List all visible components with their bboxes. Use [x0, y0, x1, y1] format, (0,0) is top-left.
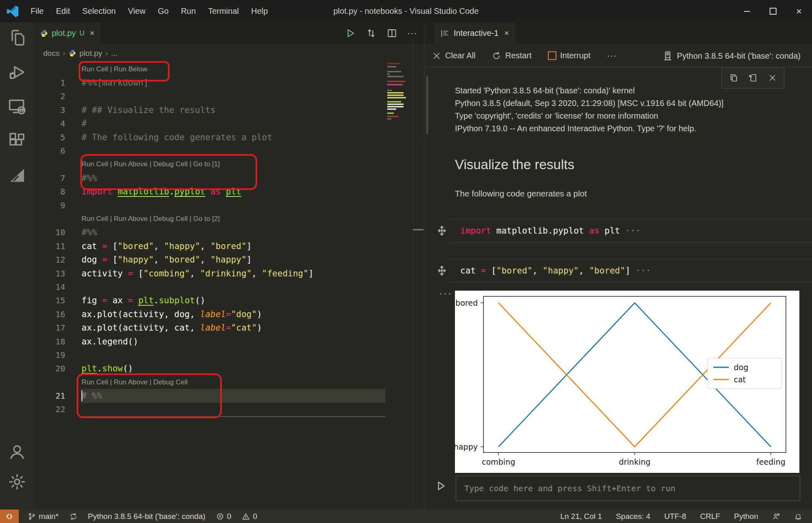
code-row: 4#	[34, 117, 378, 130]
compare-changes-icon[interactable]	[366, 28, 377, 39]
maximize-icon[interactable]	[760, 0, 786, 22]
scrollbar[interactable]	[413, 39, 413, 510]
panel-scrollbar-thumb[interactable]	[426, 76, 428, 134]
tab-close-icon[interactable]: ×	[90, 29, 95, 38]
menu-item-terminal[interactable]: Terminal	[202, 0, 245, 22]
status-item-feedback[interactable]	[772, 510, 780, 523]
code-line[interactable]: #%%	[82, 227, 97, 237]
status-item[interactable]: Ln 21, Col 1	[560, 510, 602, 523]
goto-cell-icon[interactable]	[436, 225, 448, 237]
run-file-icon[interactable]	[345, 28, 356, 39]
code-row: 11cat = ["bored", "happy", "bored"]	[34, 239, 378, 253]
status-item-error[interactable]: 0	[216, 510, 232, 523]
explorer-icon[interactable]	[7, 28, 27, 48]
accounts-icon[interactable]	[7, 442, 27, 461]
split-editor-icon[interactable]	[386, 28, 397, 39]
goto-cell-icon[interactable]	[436, 265, 448, 277]
extensions-icon[interactable]	[7, 131, 27, 150]
menu-item-go[interactable]: Go	[152, 0, 175, 22]
minimap[interactable]	[386, 61, 412, 122]
code-row: 15fig = ax = plt.subplot()	[34, 294, 378, 307]
code-line[interactable]: ax.legend()	[82, 337, 138, 346]
status-item[interactable]: Spaces: 4	[616, 510, 651, 523]
breadcrumb-item[interactable]: ...	[111, 49, 117, 58]
remote-indicator[interactable]	[0, 510, 19, 523]
panel-tab-close-icon[interactable]: ×	[504, 29, 509, 38]
triangle-extension-icon[interactable]	[7, 165, 27, 185]
code-editor[interactable]: Run Cell | Run Below1#%%[markdown]23# ##…	[34, 62, 378, 416]
codelens-link[interactable]: Run Cell | Run Above | Debug Cell | Go t…	[82, 160, 220, 168]
menu-item-view[interactable]: View	[122, 0, 152, 22]
status-item-sync[interactable]	[69, 510, 77, 523]
kernel-message-line: Python 3.8.5 (default, Sep 3 2020, 21:29…	[455, 97, 801, 110]
clear-all-button[interactable]: Clear All	[432, 51, 475, 61]
interactive-cell[interactable]: import matplotlib.pyplot as plt ···	[424, 219, 812, 243]
code-row: 8import matplotlib.pyplot as plt	[34, 185, 378, 199]
code-line[interactable]: plt.show()	[82, 364, 133, 373]
menu-item-help[interactable]: Help	[245, 0, 274, 22]
status-label: Ln 21, Col 1	[560, 512, 602, 521]
copy-icon[interactable]	[729, 73, 739, 83]
tab-interactive-1[interactable]: Interactive-1 ×	[434, 22, 515, 44]
status-item[interactable]: Python	[734, 510, 758, 523]
line-number: 21	[34, 391, 82, 401]
codelens-link[interactable]: Run Cell | Run Above | Debug Cell	[82, 378, 188, 386]
branch-icon	[28, 512, 36, 521]
run-debug-icon[interactable]	[7, 62, 27, 82]
code-line[interactable]: ax.plot(activity, cat, label="cat")	[82, 323, 262, 333]
status-item-branch[interactable]: main*	[28, 510, 59, 523]
line-number: 19	[34, 350, 82, 360]
code-row: 13activity = ["combing", "drinking", "fe…	[34, 267, 378, 280]
git-untracked-badge: U	[79, 29, 84, 38]
editor-tab-bar: plot.py U × ···	[34, 22, 424, 44]
code-line[interactable]: # %%	[82, 391, 102, 401]
code-line[interactable]: # ## Visualize the results	[82, 105, 216, 115]
remote-explorer-icon[interactable]	[7, 97, 27, 116]
code-line[interactable]: activity = ["combing", "drinking", "feed…	[82, 269, 313, 278]
line-number: 6	[34, 146, 82, 156]
interactive-code-input[interactable]	[456, 476, 800, 501]
menu-item-file[interactable]: File	[24, 0, 50, 22]
more-actions-icon[interactable]: ···	[407, 28, 417, 39]
status-item-bell[interactable]	[794, 510, 802, 523]
toolbar-more-button[interactable]: ···	[607, 51, 617, 61]
code-line[interactable]: #	[82, 119, 87, 128]
output-collapse-icon[interactable]: ···	[439, 287, 452, 299]
close-icon[interactable]: ×	[786, 0, 812, 22]
line-number: 8	[34, 187, 82, 196]
code-line[interactable]: fig = ax = plt.subplot()	[82, 296, 205, 305]
code-line[interactable]: ax.plot(activity, dog, label="dog")	[82, 309, 262, 319]
code-line[interactable]: # The following code generates a plot	[82, 132, 272, 142]
delete-icon[interactable]	[768, 73, 777, 82]
code-line[interactable]: dog = ["happy", "bored", "happy"]	[82, 255, 252, 265]
code-line[interactable]: #%%[markdown]	[82, 78, 148, 88]
breadcrumb-item[interactable]: plot.py	[79, 49, 102, 58]
status-item[interactable]: UTF-8	[664, 510, 686, 523]
settings-icon[interactable]	[7, 472, 27, 492]
status-item[interactable]: CRLF	[700, 510, 720, 523]
kernel-selector[interactable]: Python 3.8.5 64-bit ('base': conda)	[662, 44, 801, 68]
export-icon[interactable]	[748, 73, 758, 83]
code-line[interactable]: import matplotlib.pyplot as plt	[82, 187, 241, 196]
interrupt-button[interactable]: Interrupt	[548, 51, 590, 60]
bell-icon	[794, 512, 802, 521]
menu-item-edit[interactable]: Edit	[50, 0, 76, 22]
breadcrumb-item[interactable]: docs	[43, 49, 60, 58]
line-number: 14	[34, 282, 82, 292]
codelens-link[interactable]: Run Cell | Run Below	[82, 65, 147, 73]
codelens-link[interactable]: Run Cell | Run Above | Debug Cell | Go t…	[82, 215, 220, 223]
code-line[interactable]: cat = ["bored", "happy", "bored"]	[82, 241, 252, 251]
restart-icon	[492, 51, 501, 61]
status-item[interactable]: Python 3.8.5 64-bit ('base': conda)	[88, 510, 205, 523]
breadcrumb[interactable]: docs›plot.py›...	[34, 44, 117, 62]
line-number: 16	[34, 309, 82, 319]
minimize-icon[interactable]	[734, 0, 760, 22]
menu-item-selection[interactable]: Selection	[76, 0, 122, 22]
status-bar-left: main*Python 3.8.5 64-bit ('base': conda)…	[0, 510, 257, 523]
code-line[interactable]: #%%	[82, 173, 97, 183]
tab-plot-py[interactable]: plot.py U ×	[34, 22, 100, 44]
status-item-warning[interactable]: 0	[242, 510, 257, 523]
restart-button[interactable]: Restart	[492, 51, 531, 61]
interactive-cell[interactable]: cat = ["bored", "happy", "bored"] ···	[424, 259, 812, 282]
menu-item-run[interactable]: Run	[175, 0, 202, 22]
